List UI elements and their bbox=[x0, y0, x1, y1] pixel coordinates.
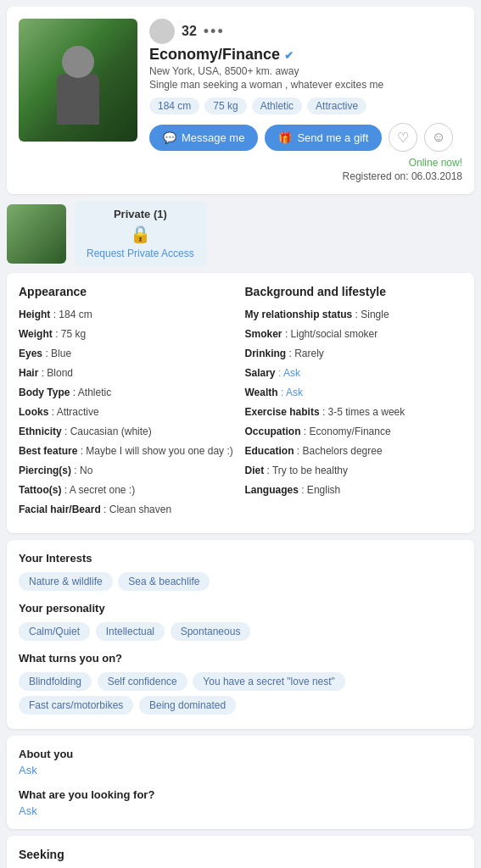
profile-seeking: Single man seeking a woman , whatever ex… bbox=[149, 79, 462, 91]
tag-looks: Attractive bbox=[307, 97, 366, 114]
interests-card: Your Interests Nature & wildlife Sea & b… bbox=[7, 540, 474, 729]
tag-body: Athletic bbox=[252, 97, 302, 114]
registered-date: Registered on: 06.03.2018 bbox=[149, 170, 462, 182]
background-title: Background and lifestyle bbox=[245, 285, 463, 298]
avatar bbox=[149, 19, 175, 44]
detail-height: Height : 184 cm bbox=[19, 307, 237, 322]
more-options-icon[interactable]: ••• bbox=[204, 23, 225, 41]
online-status: Online now! bbox=[149, 157, 462, 169]
profile-header: 32 ••• Economy/Finance ✔ New York, USA, … bbox=[19, 19, 462, 182]
heart-icon: ♡ bbox=[397, 130, 409, 146]
detail-best-feature: Best feature : Maybe I will show you one… bbox=[19, 443, 237, 459]
private-box-title: Private (1) bbox=[114, 208, 167, 220]
detail-weight: Weight : 75 kg bbox=[19, 326, 237, 342]
detail-education: Education : Bachelors degree bbox=[245, 443, 463, 459]
like-button[interactable]: ♡ bbox=[389, 123, 417, 152]
about-ask-link[interactable]: Ask bbox=[19, 764, 37, 776]
details-card: Appearance Height : 184 cm Weight : 75 k… bbox=[7, 273, 474, 533]
turns-on-pills: Blindfolding Self confidence You have a … bbox=[19, 670, 462, 717]
personality-title: Your personality bbox=[19, 602, 462, 615]
detail-piercing: Piercing(s) : No bbox=[19, 463, 237, 478]
detail-wealth: Wealth : Ask bbox=[245, 385, 463, 400]
lock-icon: 🔒 bbox=[130, 224, 151, 244]
seeking-title: Seeking bbox=[19, 848, 462, 861]
message-icon: 💬 bbox=[163, 131, 176, 144]
turnon-cars: Fast cars/motorbikes bbox=[19, 696, 133, 715]
smile-icon: ☺ bbox=[432, 130, 445, 145]
private-photo-thumb bbox=[7, 204, 66, 264]
personality-spontaneous: Spontaneous bbox=[171, 622, 251, 641]
profile-card: 32 ••• Economy/Finance ✔ New York, USA, … bbox=[7, 7, 474, 194]
profile-photo bbox=[19, 19, 137, 142]
private-access-box[interactable]: Private (1) 🔒 Request Private Access bbox=[75, 201, 206, 266]
wink-button[interactable]: ☺ bbox=[424, 123, 453, 152]
looking-ask-link[interactable]: Ask bbox=[19, 804, 37, 817]
gift-button[interactable]: 🎁 Send me a gift bbox=[265, 125, 382, 151]
looking-title: What are you looking for? bbox=[19, 788, 462, 801]
profile-tags: 184 cm 75 kg Athletic Attractive bbox=[149, 97, 462, 114]
private-section: Private (1) 🔒 Request Private Access bbox=[7, 201, 474, 266]
tag-height: 184 cm bbox=[149, 97, 199, 114]
detail-looks: Looks : Attractive bbox=[19, 404, 237, 420]
profile-top-row: 32 ••• bbox=[149, 19, 462, 44]
interests-title: Your Interests bbox=[19, 552, 462, 565]
detail-smoker: Smoker : Light/social smoker bbox=[245, 326, 463, 342]
interest-sea: Sea & beachlife bbox=[118, 572, 210, 591]
message-button[interactable]: 💬 Message me bbox=[149, 125, 258, 151]
detail-salary: Salary : Ask bbox=[245, 365, 463, 381]
profile-age: 32 bbox=[182, 24, 197, 39]
interests-pills: Nature & wildlife Sea & beachlife bbox=[19, 570, 462, 593]
detail-body-type: Body Type : Athletic bbox=[19, 385, 237, 400]
tag-weight: 75 kg bbox=[204, 97, 246, 114]
about-card: About you Ask What are you looking for? … bbox=[7, 736, 474, 829]
detail-occupation: Occupation : Economy/Finance bbox=[245, 424, 463, 439]
personality-calm: Calm/Quiet bbox=[19, 622, 90, 641]
turns-on-title: What turns you on? bbox=[19, 652, 462, 665]
verified-icon: ✔ bbox=[284, 49, 294, 62]
detail-tattoo: Tattoo(s) : A secret one :) bbox=[19, 482, 237, 498]
about-title: About you bbox=[19, 748, 462, 760]
profile-name: Economy/Finance ✔ bbox=[149, 46, 462, 64]
detail-exercise: Exercise habits : 3-5 times a week bbox=[245, 404, 463, 420]
request-access-link[interactable]: Request Private Access bbox=[87, 248, 194, 259]
detail-diet: Diet : Try to be healthy bbox=[245, 463, 463, 478]
interest-nature: Nature & wildlife bbox=[19, 572, 113, 591]
turnon-confidence: Self confidence bbox=[98, 672, 187, 691]
appearance-col: Appearance Height : 184 cm Weight : 75 k… bbox=[19, 285, 237, 521]
turnon-blindfolding: Blindfolding bbox=[19, 672, 92, 691]
details-columns: Appearance Height : 184 cm Weight : 75 k… bbox=[19, 285, 462, 521]
detail-facial-hair: Facial hair/Beard : Clean shaven bbox=[19, 502, 237, 517]
appearance-title: Appearance bbox=[19, 285, 237, 298]
detail-eyes: Eyes : Blue bbox=[19, 346, 237, 361]
detail-drinking: Drinking : Rarely bbox=[245, 346, 463, 361]
detail-languages: Languages : English bbox=[245, 482, 463, 498]
turnon-lovenest: You have a secret "love nest" bbox=[193, 672, 345, 691]
detail-relationship: My relationship status : Single bbox=[245, 307, 463, 322]
profile-location: New York, USA, 8500+ km. away bbox=[149, 65, 462, 77]
personality-intellectual: Intellectual bbox=[96, 622, 165, 641]
gift-icon: 🎁 bbox=[278, 131, 292, 144]
detail-hair: Hair : Blond bbox=[19, 365, 237, 381]
turnon-dominated: Being dominated bbox=[139, 696, 236, 715]
seeking-card: Seeking Orientation : Bisexual Seeking l… bbox=[7, 836, 474, 868]
background-col: Background and lifestyle My relationship… bbox=[245, 285, 463, 521]
actions-row: 💬 Message me 🎁 Send me a gift ♡ ☺ bbox=[149, 123, 462, 152]
personality-pills: Calm/Quiet Intellectual Spontaneous bbox=[19, 620, 462, 643]
profile-info: 32 ••• Economy/Finance ✔ New York, USA, … bbox=[149, 19, 462, 182]
detail-ethnicity: Ethnicity : Caucasian (white) bbox=[19, 424, 237, 439]
